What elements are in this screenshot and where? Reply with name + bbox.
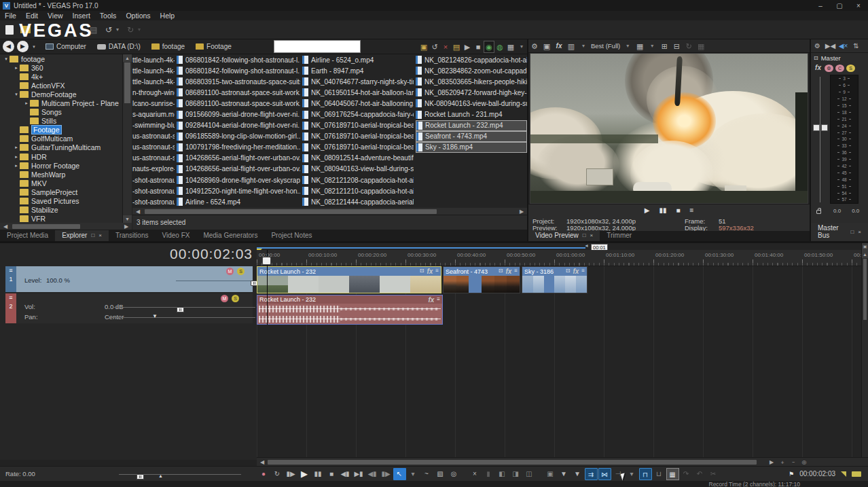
expand-arrow-icon[interactable]: ▸ xyxy=(13,154,20,160)
file-item[interactable]: 086801842-following-shot-astronaut-l... xyxy=(177,65,300,76)
preview-tool-icon[interactable]: ▥ xyxy=(565,41,577,52)
forward-button[interactable]: ▶ xyxy=(17,41,29,52)
preview-tool-icon[interactable]: fx xyxy=(553,41,565,52)
restore-icon[interactable]: □ xyxy=(583,232,586,238)
video-clip[interactable]: Rocket Launch - 232 ⊡ fx ≡ xyxy=(257,266,441,293)
transport-button[interactable] xyxy=(537,468,543,480)
transport-button[interactable]: ⇉ xyxy=(585,468,598,480)
timeline-area[interactable]: ◄ 00:01 00:00:0000:00:10:0000:00:20:0000… xyxy=(257,243,861,457)
transport-button[interactable]: ▾ xyxy=(407,468,420,480)
transport-button[interactable]: ▮▶ xyxy=(380,468,393,480)
tree-item[interactable]: 4k+ xyxy=(0,72,122,81)
clip-menu-icon[interactable]: ≡ xyxy=(581,268,585,275)
master-tool-icon[interactable]: ◀× xyxy=(837,41,850,52)
tree-horizontal-scrollbar[interactable]: ◀▶ xyxy=(0,223,132,230)
video-track-lane[interactable]: Rocket Launch - 232 ⊡ fx ≡ Seafront - 47… xyxy=(257,266,861,293)
zoom-tool-button[interactable]: ◎ xyxy=(799,459,810,465)
expand-arrow-icon[interactable]: ▾ xyxy=(13,92,20,97)
file-item[interactable]: NK_083503665-hikers-people-hiking-h... xyxy=(416,76,527,87)
transport-button[interactable]: ◀▮ xyxy=(339,468,352,480)
master-fx-icon[interactable]: ⚙ xyxy=(825,65,833,72)
loop-region-bar[interactable] xyxy=(257,247,585,249)
explorer-tool-icon[interactable]: ◉ xyxy=(484,41,494,53)
file-item[interactable]: Airline - 6524.mp4 xyxy=(177,196,300,207)
file-item[interactable]: 086803915-two-astronauts-space-suits... xyxy=(177,76,300,87)
file-item[interactable]: 091566099-aerial-drone-flight-over-ni... xyxy=(177,109,300,120)
menu-item[interactable]: Help xyxy=(156,12,180,20)
undo-icon[interactable]: ↺ xyxy=(101,23,116,37)
tree-item[interactable]: Stabilize xyxy=(0,206,122,215)
tree-item[interactable]: Songs xyxy=(0,108,122,117)
explorer-tool-icon[interactable]: × xyxy=(440,41,451,52)
explorer-tool-icon[interactable]: ▤ xyxy=(451,41,462,52)
transport-button[interactable]: ▣ xyxy=(544,468,557,480)
tree-item[interactable]: ▸ Multicam Project - Plane xyxy=(0,98,122,107)
transport-button[interactable]: ▼ xyxy=(571,468,584,480)
file-list-horizontal-scrollbar[interactable]: ◀▶ xyxy=(132,208,527,215)
transport-button[interactable]: ■ xyxy=(325,468,338,480)
preview-tool-icon[interactable]: ▾ xyxy=(577,41,590,52)
maximize-button[interactable]: ▢ xyxy=(830,2,849,10)
restore-icon[interactable]: □ xyxy=(850,229,854,235)
file-item[interactable]: us-astronaut-spa... xyxy=(132,142,175,153)
close-button[interactable]: × xyxy=(849,2,868,10)
file-item[interactable]: NK_080912514-adventure-beautiful-ro... xyxy=(302,153,414,164)
transport-button[interactable]: × xyxy=(469,468,482,480)
mute-button[interactable]: M xyxy=(226,268,234,275)
rate-slider-handle[interactable] xyxy=(137,474,144,480)
file-item[interactable]: 100791798-freediving-her-meditation.... xyxy=(177,142,300,153)
tree-item[interactable]: ▾ footage xyxy=(0,54,122,63)
redo-dropdown-icon[interactable]: ▾ xyxy=(138,26,145,33)
transport-button[interactable]: ~ xyxy=(420,468,433,480)
preview-transport-button[interactable]: ■ xyxy=(676,205,680,216)
level-value[interactable]: 100.0 % xyxy=(46,276,70,284)
dock-tab[interactable]: Video Preview □ × xyxy=(528,230,600,241)
file-item[interactable]: ttle-launch-4k-ul... xyxy=(132,54,175,65)
transport-button[interactable]: ◧ xyxy=(496,468,509,480)
transport-button[interactable]: ◨ xyxy=(509,468,522,480)
breadcrumb-item[interactable]: Computer xyxy=(46,43,86,50)
event-fx-icon[interactable]: fx xyxy=(573,268,579,275)
dock-tab[interactable]: Trimmer xyxy=(600,230,638,241)
tree-item[interactable]: SampleProject xyxy=(0,187,122,196)
transport-button[interactable]: ▶▮ xyxy=(352,468,365,480)
audio-track-lane[interactable]: Rocket Launch - 232 fx ≡ xyxy=(257,295,861,325)
transport-button[interactable]: ▶ xyxy=(298,468,311,480)
file-item[interactable]: 104268969-drone-flight-over-skyscrap... xyxy=(177,175,300,185)
file-item[interactable]: 092844104-aerial-drone-flight-over-ni... xyxy=(177,120,300,131)
file-item[interactable]: NK_080940163-view-ball-during-sunse... xyxy=(302,164,414,175)
preview-tool-icon[interactable]: ▾ xyxy=(621,41,634,52)
file-item[interactable]: NK_082124826-cappadocia-hot-air-bal... xyxy=(416,54,527,65)
file-item[interactable]: NK_076189710-aerial-tropical-beach-b... xyxy=(302,120,414,131)
event-fx-icon[interactable]: fx xyxy=(505,268,511,275)
playhead-marker[interactable] xyxy=(262,257,271,265)
explorer-tool-icon[interactable]: ▶ xyxy=(462,41,473,52)
file-item[interactable]: -shot-astronaut-l... xyxy=(132,185,175,196)
preview-tool-icon[interactable]: ▦ xyxy=(695,41,707,52)
minimize-button[interactable]: – xyxy=(811,2,830,10)
master-tool-icon[interactable]: ⇅ xyxy=(850,41,863,52)
expand-arrow-icon[interactable]: ▸ xyxy=(13,163,20,168)
preview-tool-icon[interactable]: ↻ xyxy=(683,41,695,52)
dock-tab[interactable]: Media Generators xyxy=(196,230,264,241)
menu-item[interactable]: Options xyxy=(121,12,155,20)
timeline-time-display[interactable]: 00:00:02:03 xyxy=(170,246,253,262)
tree-item[interactable]: Footage xyxy=(0,126,122,134)
transport-button[interactable]: ◎ xyxy=(448,468,460,480)
file-item[interactable]: -shot-astronaut-l... xyxy=(132,175,175,185)
preview-transport-button[interactable]: ≡ xyxy=(689,205,693,216)
explorer-tool-icon[interactable]: ◍ xyxy=(494,41,505,52)
preview-tool-icon[interactable]: Best (Full) xyxy=(590,41,621,52)
tree-item[interactable]: GolfMulticam xyxy=(0,134,122,143)
audio-clip[interactable]: Rocket Launch - 232 fx ≡ xyxy=(257,295,443,325)
file-item[interactable]: 086891100-astronaut-space-suit-work... xyxy=(177,98,300,109)
expand-arrow-icon[interactable]: ▸ xyxy=(13,145,20,150)
file-item[interactable]: Seafront - 4743.mp4 xyxy=(416,131,527,142)
file-item[interactable]: 104912520-night-time-flight-over-hon... xyxy=(177,185,300,196)
tree-item[interactable]: Saved Pictures xyxy=(0,197,122,206)
transport-button[interactable]: ▾ xyxy=(626,468,638,480)
video-track-tab[interactable]: ≡ 1 xyxy=(5,266,16,292)
new-project-icon[interactable] xyxy=(5,25,14,35)
timeline-horizontal-scrollbar[interactable]: ◀ ▶ ＋ － ◎ xyxy=(257,457,868,466)
audio-track-tab[interactable]: ≡ 2 xyxy=(5,293,16,323)
